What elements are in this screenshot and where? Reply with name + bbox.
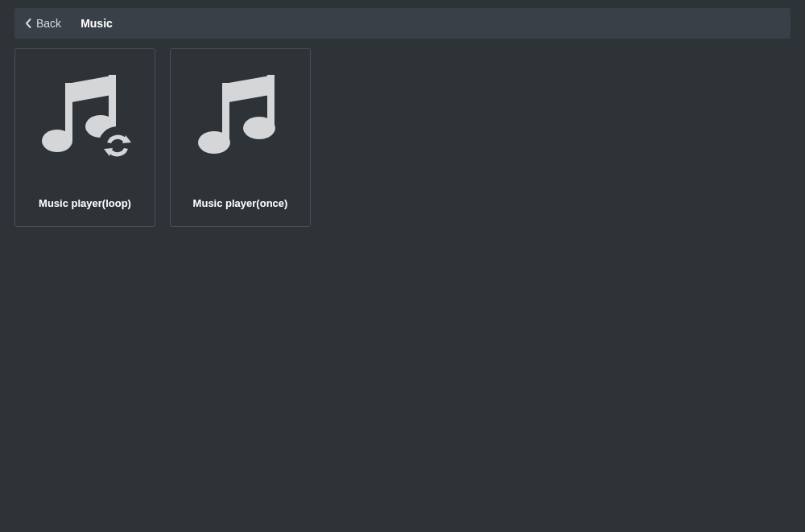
card-music-player-once[interactable]: Music player(once)	[170, 48, 311, 227]
back-label: Back	[36, 17, 61, 30]
card-grid: Music player(loop) Music player(once)	[0, 39, 805, 237]
svg-point-4	[98, 126, 137, 165]
card-label: Music player(once)	[193, 197, 288, 209]
card-music-player-loop[interactable]: Music player(loop)	[14, 48, 155, 227]
page-title: Music	[80, 17, 113, 30]
svg-point-8	[243, 117, 275, 139]
music-loop-icon	[29, 64, 142, 176]
header-bar: Back Music	[14, 8, 791, 39]
music-icon	[184, 64, 297, 176]
back-button[interactable]: Back	[24, 17, 61, 30]
svg-point-7	[198, 131, 230, 154]
svg-point-2	[42, 130, 72, 152]
card-label: Music player(loop)	[39, 197, 131, 209]
chevron-left-icon	[24, 18, 32, 29]
